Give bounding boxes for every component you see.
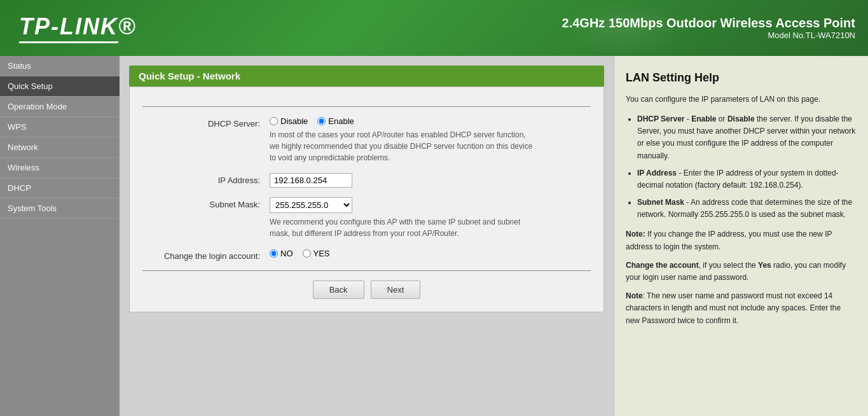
dhcp-server-row: DHCP Server: Disable Enable — [142, 116, 591, 163]
header-decoration — [563, 0, 690, 56]
help-item-ip: IP Address - Enter the IP address of you… — [637, 167, 857, 191]
ip-address-row: IP Address: — [142, 173, 591, 188]
help-note2: Change the account, if you select the Ye… — [626, 260, 857, 284]
sidebar-item-network[interactable]: Network — [0, 137, 120, 158]
dhcp-radio-group: Disable Enable — [270, 116, 591, 126]
sidebar-item-wireless[interactable]: Wireless — [0, 158, 120, 178]
sidebar-item-quick-setup[interactable]: Quick Setup — [0, 76, 120, 97]
sidebar: Status Quick Setup Operation Mode WPS Ne… — [0, 56, 120, 416]
logo: TP-LINK® — [19, 13, 137, 43]
ip-control — [270, 173, 591, 188]
subnet-note: We recommend you configure this AP with … — [270, 216, 537, 239]
help-intro: You can configure the IP parameters of L… — [626, 94, 857, 106]
button-row: Back Next — [142, 281, 591, 299]
sidebar-item-dhcp[interactable]: DHCP — [0, 178, 120, 198]
sidebar-item-wps[interactable]: WPS — [0, 117, 120, 137]
subnet-select[interactable]: 255.255.255.0 255.255.0.0 255.0.0.0 — [270, 197, 352, 213]
login-no-option[interactable]: NO — [270, 249, 293, 258]
sidebar-item-system-tools[interactable]: System Tools — [0, 198, 120, 219]
help-title: LAN Setting Help — [626, 69, 857, 87]
login-yes-option[interactable]: YES — [303, 249, 330, 258]
dhcp-enable-radio[interactable] — [317, 117, 326, 125]
sidebar-item-operation-mode[interactable]: Operation Mode — [0, 97, 120, 117]
content-area: Quick Setup - Network DHCP Server: Disab… — [120, 56, 868, 416]
help-term-dhcp: DHCP Server — [637, 114, 684, 123]
form-container: DHCP Server: Disable Enable — [129, 87, 604, 312]
subnet-mask-row: Subnet Mask: 255.255.255.0 255.255.0.0 2… — [142, 197, 591, 239]
login-label: Change the login account: — [142, 249, 270, 261]
top-separator — [142, 106, 591, 107]
back-button[interactable]: Back — [313, 281, 364, 299]
help-item-subnet: Subnet Mask - An address code that deter… — [637, 197, 857, 221]
main-layout: Status Quick Setup Operation Mode WPS Ne… — [0, 56, 868, 416]
subnet-control: 255.255.255.0 255.255.0.0 255.0.0.0 We r… — [270, 197, 591, 239]
dhcp-note: In most of the cases your root AP/router… — [270, 129, 537, 163]
sidebar-item-status[interactable]: Status — [0, 56, 120, 76]
next-button[interactable]: Next — [371, 281, 421, 299]
page-title: Quick Setup - Network — [129, 66, 604, 87]
dhcp-control: Disable Enable In most of the cases your… — [270, 116, 591, 163]
login-yes-radio[interactable] — [303, 249, 311, 258]
help-term-ip: IP Address — [637, 169, 677, 177]
login-no-radio[interactable] — [270, 249, 278, 258]
dhcp-disable-option[interactable]: Disable — [270, 116, 308, 126]
bottom-separator — [142, 270, 591, 271]
subnet-label: Subnet Mask: — [142, 197, 270, 209]
dhcp-enable-option[interactable]: Enable — [317, 116, 354, 126]
ip-label: IP Address: — [142, 173, 270, 185]
help-note1: Note: If you change the IP address, you … — [626, 228, 857, 253]
login-account-row: Change the login account: NO YES — [142, 249, 591, 261]
help-term-subnet: Subnet Mask — [637, 198, 684, 207]
login-control: NO YES — [270, 249, 591, 258]
dhcp-disable-radio[interactable] — [270, 117, 278, 125]
ip-input[interactable] — [270, 173, 352, 188]
help-note3: Note: The new user name and password mus… — [626, 290, 857, 327]
dhcp-label: DHCP Server: — [142, 116, 270, 128]
login-radio-group: NO YES — [270, 249, 591, 258]
help-item-dhcp: DHCP Server - Enable or Disable the serv… — [637, 113, 857, 162]
help-list: DHCP Server - Enable or Disable the serv… — [626, 113, 857, 221]
header: TP-LINK® 2.4GHz 150Mbps Outdoor Wireless… — [0, 0, 868, 56]
main-content: Quick Setup - Network DHCP Server: Disab… — [120, 56, 614, 416]
help-panel: LAN Setting Help You can configure the I… — [614, 56, 868, 416]
